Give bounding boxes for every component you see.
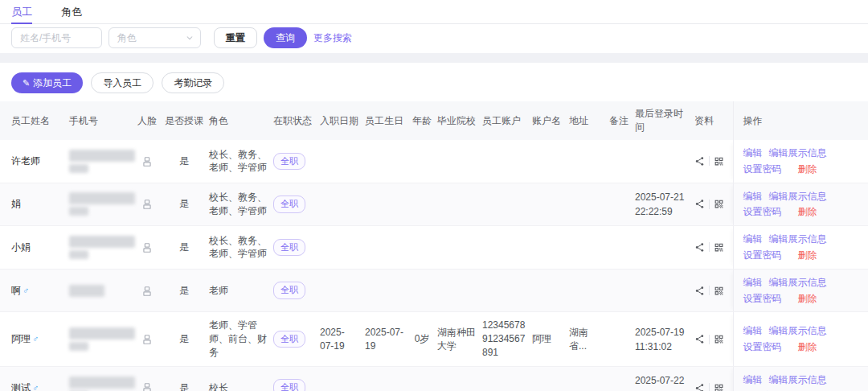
column-header: 手机号 — [69, 101, 135, 140]
login-date: 2025-07-22 — [635, 373, 688, 388]
attendance-record-button[interactable]: 考勤记录 — [162, 72, 224, 93]
column-header: 年龄 — [411, 101, 437, 140]
operation-cell: 编辑编辑展示信息设置密码删除 — [733, 269, 868, 312]
qrcode-icon[interactable] — [714, 383, 724, 391]
face-cell — [135, 312, 164, 366]
set-password-link[interactable]: 设置密码 — [743, 340, 782, 354]
birthday-cell — [365, 226, 411, 270]
hire-date-cell — [320, 366, 365, 391]
edit-link[interactable]: 编辑 — [743, 146, 763, 160]
edit-link[interactable]: 编辑 — [743, 276, 763, 290]
edit-link[interactable]: 编辑 — [743, 190, 763, 204]
blurred-phone — [69, 327, 135, 340]
column-header: 备注 — [609, 101, 635, 140]
edit-link[interactable]: 编辑 — [743, 373, 763, 387]
add-employee-button[interactable]: ✎ 添加员工 — [11, 72, 83, 93]
status-badge: 全职 — [273, 196, 305, 212]
edit-link[interactable]: 编辑 — [743, 324, 763, 338]
face-photo-icon — [141, 242, 153, 253]
delete-link[interactable]: 删除 — [798, 340, 817, 354]
keyword-search-input[interactable] — [11, 27, 102, 48]
edit-display-link[interactable]: 编辑展示信息 — [769, 190, 827, 204]
qrcode-icon[interactable] — [714, 334, 724, 344]
share-icon[interactable] — [694, 334, 705, 344]
remark-cell — [609, 366, 635, 391]
share-icon[interactable] — [694, 383, 705, 391]
delete-link[interactable]: 删除 — [798, 249, 817, 262]
employee-table-body: 许老师是校长、教务、老师、学管师全职编辑编辑展示信息设置密码删除娟是校长、教务、… — [0, 140, 868, 391]
column-header: 账户名 — [532, 101, 569, 140]
teach-cell: 是 — [164, 183, 209, 226]
phone-cell — [69, 183, 135, 226]
roles-cell: 校长、教务、老师、学管师 — [209, 226, 273, 270]
set-password-link[interactable]: 设置密码 — [743, 292, 782, 306]
delete-link[interactable]: 删除 — [798, 205, 817, 219]
face-cell — [135, 140, 164, 183]
teach-cell: 是 — [164, 269, 209, 312]
login-time: 11:31:02 — [635, 340, 688, 354]
edit-display-link[interactable]: 编辑展示信息 — [769, 324, 827, 338]
edit-display-link[interactable]: 编辑展示信息 — [769, 233, 827, 246]
edit-display-link[interactable]: 编辑展示信息 — [769, 276, 827, 290]
share-icon[interactable] — [694, 286, 705, 296]
set-password-link[interactable]: 设置密码 — [743, 249, 782, 262]
birthday-cell — [365, 366, 411, 391]
set-password-link[interactable]: 设置密码 — [743, 205, 782, 219]
roles-cell: 老师 — [209, 269, 273, 312]
blurred-phone-extra — [69, 207, 88, 216]
status-badge: 全职 — [273, 239, 305, 256]
table-row: 娟是校长、教务、老师、学管师全职2025-07-2122:22:59编辑编辑展示… — [0, 183, 868, 226]
employee-name-cell: 娟 — [0, 183, 69, 226]
delete-link[interactable]: 删除 — [798, 292, 817, 306]
employee-name: 测试 — [11, 382, 31, 391]
employee-name-cell: 小娟 — [0, 226, 69, 270]
tab-employee[interactable]: 员工 — [11, 0, 32, 23]
phone-cell — [69, 366, 135, 391]
qrcode-icon[interactable] — [714, 199, 724, 209]
edit-link[interactable]: 编辑 — [743, 233, 763, 246]
blurred-phone — [69, 192, 135, 204]
table-row: 许老师是校长、教务、老师、学管师全职编辑编辑展示信息设置密码删除 — [0, 140, 868, 183]
remark-cell — [609, 183, 635, 226]
docs-cell — [694, 183, 733, 226]
status-cell: 全职 — [273, 183, 320, 226]
set-password-link[interactable]: 设置密码 — [743, 163, 782, 176]
status-badge: 全职 — [273, 153, 305, 170]
role-select[interactable]: 角色 — [108, 27, 201, 48]
face-photo-icon — [141, 199, 153, 210]
docs-cell — [694, 312, 733, 366]
teach-cell: 是 — [164, 312, 209, 366]
query-button[interactable]: 查询 — [264, 27, 307, 48]
share-icon[interactable] — [694, 199, 705, 209]
chevron-down-icon — [186, 34, 194, 42]
delete-link[interactable]: 删除 — [798, 163, 817, 176]
icon-divider — [709, 156, 710, 166]
more-search-link[interactable]: 更多搜索 — [313, 31, 352, 45]
address-cell: 湖南省... — [569, 312, 609, 366]
last-login-cell — [635, 269, 694, 312]
hire-date-cell — [320, 140, 365, 183]
import-employee-button[interactable]: 导入员工 — [91, 72, 154, 93]
tab-role[interactable]: 角色 — [61, 0, 82, 23]
reset-button[interactable]: 重置 — [214, 27, 257, 48]
qrcode-icon[interactable] — [714, 242, 724, 253]
teach-cell: 是 — [164, 140, 209, 183]
account-name-cell — [532, 226, 569, 270]
employee-name: 娟 — [11, 198, 21, 209]
last-login-cell — [635, 226, 694, 270]
school-cell — [437, 366, 482, 391]
account-cell — [482, 183, 532, 226]
share-icon[interactable] — [694, 242, 705, 253]
school-cell — [437, 226, 482, 270]
teach-cell: 是 — [164, 366, 209, 391]
qrcode-icon[interactable] — [714, 286, 724, 296]
phone-cell — [69, 269, 135, 312]
operation-cell: 编辑编辑展示信息设置密码删除 — [733, 183, 868, 226]
column-header: 毕业院校 — [437, 101, 482, 140]
edit-display-link[interactable]: 编辑展示信息 — [769, 146, 827, 160]
share-icon[interactable] — [694, 156, 705, 167]
edit-display-link[interactable]: 编辑展示信息 — [769, 373, 827, 387]
column-header: 员工生日 — [365, 101, 411, 140]
qrcode-icon[interactable] — [714, 156, 724, 167]
login-date: 2025-07-19 — [635, 325, 688, 340]
